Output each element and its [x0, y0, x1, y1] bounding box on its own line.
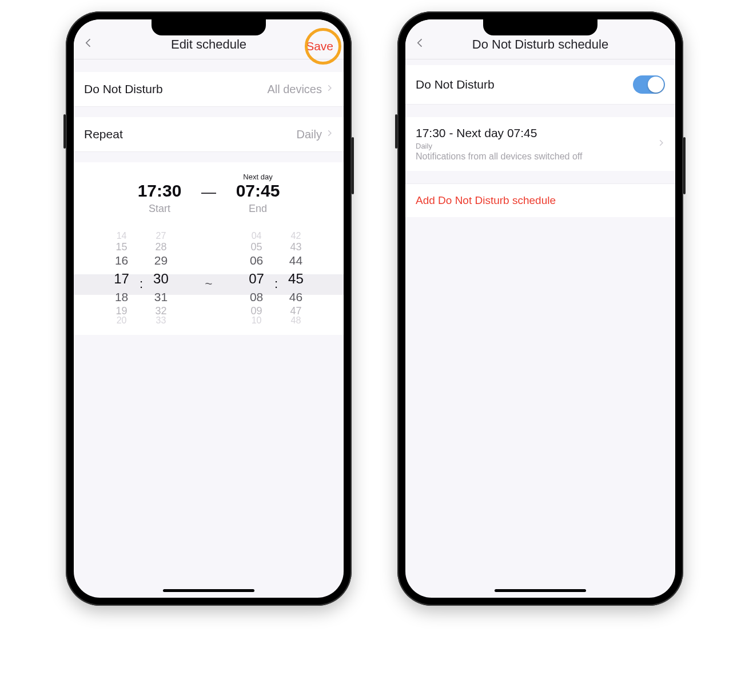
screen: Do Not Disturb schedule Do Not Disturb 1… — [405, 19, 675, 598]
home-indicator[interactable] — [495, 589, 586, 592]
page-title: Edit schedule — [83, 37, 334, 52]
schedule-time: 17:30 - Next day 07:45 — [416, 126, 657, 140]
back-button[interactable] — [415, 37, 428, 51]
screen: Edit schedule Save Do Not Disturb All de… — [74, 19, 344, 598]
repeat-row[interactable]: Repeat Daily — [74, 117, 344, 152]
add-schedule-button[interactable]: Add Do Not Disturb schedule — [405, 183, 675, 217]
time-display: 17:30 Start — Next day 07:45 End — [74, 173, 344, 218]
dnd-devices-row[interactable]: Do Not Disturb All devices — [74, 72, 344, 107]
dnd-toggle[interactable] — [633, 75, 665, 94]
notch — [152, 19, 266, 35]
time-block: 17:30 Start — Next day 07:45 End ~ — [74, 162, 344, 335]
chevron-right-icon — [657, 139, 665, 149]
chevron-left-icon — [415, 37, 426, 49]
phone-right: Do Not Disturb schedule Do Not Disturb 1… — [397, 11, 683, 606]
end-prefix: Next day — [232, 173, 284, 181]
dnd-label: Do Not Disturb — [84, 82, 267, 96]
home-indicator[interactable] — [163, 589, 254, 592]
start-picker[interactable]: 14 15 16 17 18 19 20 : 27 28 29 — [74, 232, 209, 335]
start-time: 17:30 — [134, 182, 185, 199]
picker-tilde: ~ — [205, 277, 213, 291]
end-min-col[interactable]: 42 43 44 45 46 47 48 — [288, 232, 304, 335]
content: Do Not Disturb 17:30 - Next day 07:45 Da… — [405, 59, 675, 598]
dnd-label: Do Not Disturb — [416, 78, 633, 91]
schedule-daily: Daily — [416, 142, 657, 150]
end-time: 07:45 — [232, 182, 284, 199]
notch — [483, 19, 597, 35]
chevron-right-icon — [325, 129, 333, 139]
colon: : — [140, 232, 143, 335]
schedule-info: 17:30 - Next day 07:45 Daily Notificatio… — [416, 126, 657, 162]
start-hour-col[interactable]: 14 15 16 17 18 19 20 — [114, 232, 129, 335]
end-hour-col[interactable]: 04 05 06 07 08 09 10 — [249, 232, 264, 335]
time-dash: — — [201, 183, 216, 215]
back-button[interactable] — [83, 37, 97, 51]
start-label: Start — [134, 203, 185, 215]
chevron-left-icon — [83, 37, 94, 49]
save-button[interactable]: Save — [306, 39, 333, 53]
content: Do Not Disturb All devices Repeat Daily — [74, 59, 344, 598]
page-title: Do Not Disturb schedule — [415, 37, 666, 52]
end-picker[interactable]: 04 05 06 07 08 09 10 : 42 43 44 — [209, 232, 344, 335]
schedule-row[interactable]: 17:30 - Next day 07:45 Daily Notificatio… — [405, 117, 675, 171]
repeat-value: Daily — [297, 128, 322, 141]
end-label: End — [232, 203, 284, 215]
time-picker[interactable]: ~ 14 15 16 17 18 19 20 : — [74, 232, 344, 335]
repeat-label: Repeat — [84, 127, 297, 141]
colon: : — [274, 232, 278, 335]
schedule-desc: Notifications from all devices switched … — [416, 151, 657, 162]
dnd-toggle-row: Do Not Disturb — [405, 65, 675, 105]
start-time-col: 17:30 Start — [134, 173, 185, 215]
phone-left: Edit schedule Save Do Not Disturb All de… — [66, 11, 352, 606]
chevron-right-icon — [325, 84, 333, 94]
dnd-value: All devices — [267, 83, 322, 96]
start-min-col[interactable]: 27 28 29 30 31 32 33 — [153, 232, 169, 335]
end-time-col: Next day 07:45 End — [232, 173, 284, 215]
